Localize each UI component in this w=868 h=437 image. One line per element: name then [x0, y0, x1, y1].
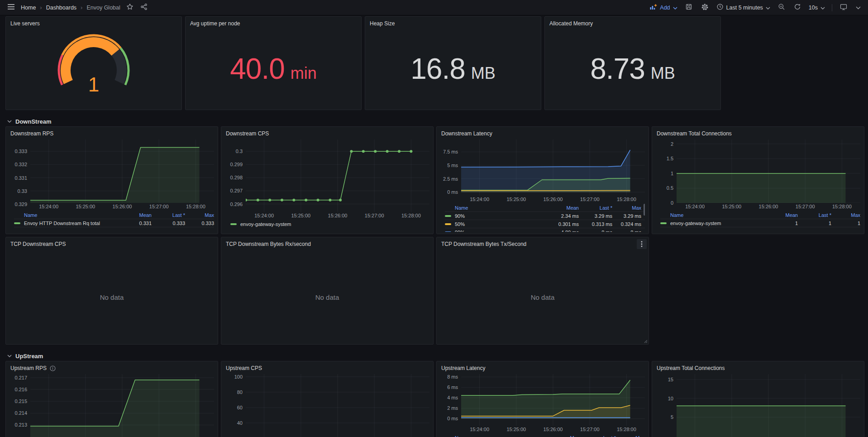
panel-title: TCP Downstream Bytes Tx/Second	[441, 241, 526, 247]
legend-header-row: NameMeanLast *Max	[445, 204, 645, 211]
y-tick-label: 80	[237, 389, 243, 395]
x-tick-label: 15:24:00	[470, 427, 489, 432]
y-tick-label: 0.33	[18, 188, 27, 194]
section-title: UpStream	[15, 353, 43, 360]
stat-body: 40.0min	[186, 28, 361, 110]
y-tick-label: 0.216	[14, 386, 27, 393]
legend-header-mean[interactable]: Mean	[118, 212, 152, 218]
section-header-upstream[interactable]: UpStream	[5, 347, 863, 361]
no-data-text: No data	[437, 250, 649, 344]
y-tick-label: 0.3	[236, 148, 243, 154]
panel-downstream-total-connections: Downstream Total Connections21.510.5015:…	[652, 126, 864, 234]
panel-header-downstream-total-connections[interactable]: Downstream Total Connections	[652, 127, 864, 139]
legend-downstream-latency: NameMeanLast *Max90%2.34 ms3.29 ms3.29 m…	[445, 204, 645, 232]
legend-header-name[interactable]: Name	[660, 212, 764, 218]
legend-row[interactable]: 99%4.89 ms8 ms8 ms	[445, 228, 645, 232]
legend-header-last[interactable]: Last *	[582, 435, 616, 437]
panel-header-upstream-rps[interactable]: Upstream RPS	[6, 361, 218, 374]
refresh-button[interactable]	[793, 2, 802, 13]
add-button[interactable]: Add	[649, 3, 677, 12]
x-axis: 15:24:0015:25:0015:26:0015:27:0015:28:00	[461, 196, 645, 203]
legend-header-max[interactable]: Max	[616, 435, 645, 437]
legend-item[interactable]: envoy-gateway-system	[229, 220, 429, 228]
star-icon	[126, 3, 134, 12]
y-tick-label: 0.298	[230, 174, 243, 181]
legend-header-last[interactable]: Last *	[152, 212, 185, 218]
y-tick-label: 1	[671, 170, 673, 177]
panel-header-tcp-downstream-bytes-rx-second[interactable]: TCP Downstream Bytes Rx/second	[221, 237, 433, 250]
breadcrumb-home[interactable]: Home	[21, 5, 36, 11]
legend-row[interactable]: Envoy HTTP Downstream Rq total0.3310.333…	[14, 219, 214, 227]
panel-title: Downstream Total Connections	[657, 130, 732, 137]
panel-downstream-rps: Downstream RPS0.3330.3320.3310.330.32915…	[5, 126, 218, 234]
legend-header-mean[interactable]: Mean	[549, 435, 582, 437]
legend-scrollbar[interactable]	[644, 204, 645, 232]
legend-header-name[interactable]: Name	[14, 212, 118, 218]
stat-value: 8.73	[590, 54, 645, 83]
stat-unit: MB	[471, 64, 496, 83]
legend-row[interactable]: envoy-gateway-system111	[660, 219, 860, 227]
legend-scrollbar-thumb[interactable]	[644, 204, 645, 216]
info-icon[interactable]	[50, 365, 56, 371]
y-tick-label: 8 ms	[447, 374, 458, 380]
breadcrumb-dashboards[interactable]: Dashboards	[46, 5, 76, 11]
legend-header-max[interactable]: Max	[185, 212, 214, 218]
panel-menu-button[interactable]	[637, 239, 647, 249]
chart-svg	[30, 374, 214, 437]
legend-header-max[interactable]: Max	[612, 205, 641, 211]
time-range-picker[interactable]: Last 5 minutes	[716, 3, 770, 12]
menu-toggle-button[interactable]	[6, 3, 16, 12]
panel-header-live-servers[interactable]: Live servers	[6, 17, 181, 29]
panel-header-downstream-cps[interactable]: Downstream CPS	[221, 127, 433, 139]
y-tick-label: 0 ms	[447, 189, 458, 195]
legend-header-last[interactable]: Last *	[579, 205, 612, 211]
monitor-icon	[840, 3, 847, 12]
favorite-star-button[interactable]	[125, 2, 134, 13]
y-axis: 15105	[656, 374, 677, 437]
legend-header-name[interactable]: Name	[445, 205, 545, 211]
legend-header-last[interactable]: Last *	[798, 212, 831, 218]
panel-header-downstream-rps[interactable]: Downstream RPS	[6, 127, 218, 139]
legend-header-mean[interactable]: Mean	[545, 205, 579, 211]
panel-heap-size: Heap Size16.8MB	[365, 16, 541, 110]
legend-value: 1	[798, 221, 831, 226]
panel-header-downstream-latency[interactable]: Downstream Latency	[437, 127, 649, 139]
legend-row[interactable]: 90%2.34 ms3.29 ms3.29 ms	[445, 211, 645, 220]
panel-header-upstream-total-connections[interactable]: Upstream Total Connections	[652, 361, 864, 374]
section-header-downstream[interactable]: DownStream	[5, 113, 863, 126]
breadcrumb-current-dashboard: Envoy Global	[86, 5, 120, 11]
panel-upstream-latency: Upstream Latency8 ms6 ms4 ms2 ms0 ms15:2…	[436, 361, 649, 437]
y-axis: 21.510.50	[656, 139, 677, 203]
legend-header-name[interactable]: Name	[445, 435, 549, 437]
legend-header-max[interactable]: Max	[831, 212, 860, 218]
panel-header-tcp-downstream-bytes-tx-second[interactable]: TCP Downstream Bytes Tx/Second	[437, 237, 649, 250]
panel-title: Upstream CPS	[226, 365, 262, 371]
kiosk-mode-button[interactable]	[839, 2, 848, 13]
legend-row[interactable]: 50%0.301 ms0.313 ms0.324 ms	[445, 220, 645, 228]
top-nav-bar: Home › Dashboards › Envoy Global	[0, 0, 868, 15]
zoom-out-icon	[778, 3, 785, 12]
panel-header-upstream-cps[interactable]: Upstream CPS	[221, 361, 433, 374]
panel-header-tcp-downstream-cps[interactable]: TCP Downstream CPS	[6, 237, 218, 250]
legend-value: 0.301 ms	[545, 221, 579, 227]
chart-upstream-total-connections	[677, 374, 860, 437]
panel-header-upstream-latency[interactable]: Upstream Latency	[437, 361, 649, 374]
zoom-out-time-button[interactable]	[777, 2, 786, 13]
y-tick-label: 0.331	[14, 175, 27, 181]
dashboard-settings-button[interactable]	[700, 2, 710, 13]
y-tick-label: 0.333	[14, 148, 27, 154]
chart-svg	[461, 139, 645, 196]
panel-title: Live servers	[10, 20, 40, 27]
y-tick-label: 0 ms	[447, 415, 458, 422]
refresh-interval-picker[interactable]: 10s	[809, 5, 825, 11]
y-axis: 100806040	[225, 374, 246, 437]
save-icon	[685, 3, 692, 12]
x-tick-label: 15:27:00	[365, 213, 384, 218]
x-tick-label: 15:26:00	[544, 197, 563, 202]
live-servers-gauge: 1	[37, 29, 150, 106]
share-button[interactable]	[139, 2, 148, 13]
legend-header-mean[interactable]: Mean	[764, 212, 798, 218]
save-dashboard-button[interactable]	[684, 2, 693, 13]
legend-value: 0.313 ms	[579, 221, 612, 227]
nav-more-button[interactable]	[855, 3, 862, 12]
